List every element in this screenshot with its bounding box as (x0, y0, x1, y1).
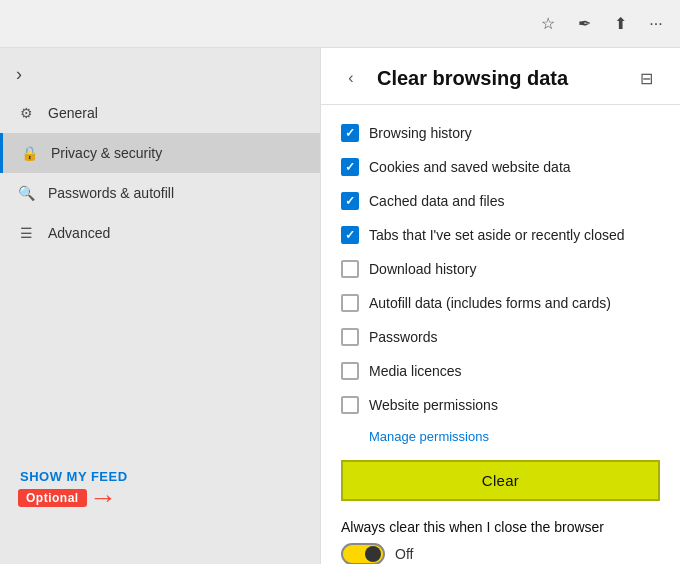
advanced-icon: ☰ (16, 223, 36, 243)
label-cached-data: Cached data and files (369, 193, 504, 209)
web-capture-icon[interactable]: ✒ (568, 8, 600, 40)
checkbox-browsing-history[interactable] (341, 124, 359, 142)
sidebar-back-button[interactable]: › (0, 56, 320, 93)
checkbox-cookies[interactable] (341, 158, 359, 176)
more-icon[interactable]: ··· (640, 8, 672, 40)
checkbox-media-licences[interactable] (341, 362, 359, 380)
optional-annotation: Optional → (18, 484, 117, 512)
checkbox-website-permissions[interactable] (341, 396, 359, 414)
panel-title: Clear browsing data (377, 67, 620, 90)
checkbox-item-media-licences[interactable]: Media licences (341, 355, 660, 387)
checkbox-item-tabs-set-aside[interactable]: Tabs that I've set aside or recently clo… (341, 219, 660, 251)
sidebar-general-label: General (48, 105, 98, 121)
checkbox-item-browsing-history[interactable]: Browsing history (341, 117, 660, 149)
checkbox-list: Browsing history Cookies and saved websi… (321, 105, 680, 433)
optional-arrow-icon: → (89, 484, 117, 512)
clear-button[interactable]: Clear (341, 460, 660, 501)
sidebar-item-advanced[interactable]: ☰ Advanced (0, 213, 320, 253)
passwords-icon: 🔍 (16, 183, 36, 203)
panel-header: ‹ Clear browsing data ⊟ (321, 48, 680, 105)
general-icon: ⚙ (16, 103, 36, 123)
toggle-off-label: Off (395, 546, 413, 562)
sidebar-item-general[interactable]: ⚙ General (0, 93, 320, 133)
label-browsing-history: Browsing history (369, 125, 472, 141)
toggle-knob (365, 546, 381, 562)
top-bar-icons: ☆ ✒ ⬆ ··· (532, 8, 672, 40)
share-icon[interactable]: ⬆ (604, 8, 636, 40)
label-tabs-set-aside: Tabs that I've set aside or recently clo… (369, 227, 625, 243)
label-download-history: Download history (369, 261, 476, 277)
sidebar-item-privacy-security[interactable]: 🔒 Privacy & security (0, 133, 320, 173)
checkbox-cached-data[interactable] (341, 192, 359, 210)
checkbox-item-cookies[interactable]: Cookies and saved website data (341, 151, 660, 183)
label-cookies: Cookies and saved website data (369, 159, 571, 175)
label-autofill: Autofill data (includes forms and cards) (369, 295, 611, 311)
always-clear-toggle[interactable] (341, 543, 385, 564)
clear-browsing-data-panel: ‹ Clear browsing data ⊟ Browsing history… (320, 48, 680, 564)
label-media-licences: Media licences (369, 363, 462, 379)
panel-pin-button[interactable]: ⊟ (632, 64, 660, 92)
checkbox-download-history[interactable] (341, 260, 359, 278)
privacy-icon: 🔒 (19, 143, 39, 163)
sidebar-item-passwords-autofill[interactable]: 🔍 Passwords & autofill (0, 173, 320, 213)
always-clear-section: Always clear this when I close the brows… (321, 509, 680, 564)
sidebar-privacy-label: Privacy & security (51, 145, 162, 161)
label-website-permissions: Website permissions (369, 397, 498, 413)
checkbox-item-download-history[interactable]: Download history (341, 253, 660, 285)
optional-label: Optional (18, 489, 87, 507)
checkbox-item-cached-data[interactable]: Cached data and files (341, 185, 660, 217)
checkbox-autofill[interactable] (341, 294, 359, 312)
checkbox-item-autofill[interactable]: Autofill data (includes forms and cards) (341, 287, 660, 319)
sidebar-passwords-label: Passwords & autofill (48, 185, 174, 201)
label-passwords: Passwords (369, 329, 437, 345)
always-clear-label: Always clear this when I close the brows… (341, 519, 660, 535)
checkbox-tabs-set-aside[interactable] (341, 226, 359, 244)
sidebar-advanced-label: Advanced (48, 225, 110, 241)
panel-back-button[interactable]: ‹ (337, 64, 365, 92)
checkbox-item-passwords[interactable]: Passwords (341, 321, 660, 353)
top-bar: ☆ ✒ ⬆ ··· (0, 0, 680, 48)
toggle-row: Off (341, 543, 660, 564)
manage-permissions-link[interactable]: Manage permissions (369, 429, 680, 444)
clear-button-container: Clear (321, 448, 680, 509)
checkbox-item-website-permissions[interactable]: Website permissions (341, 389, 660, 421)
favorites-icon[interactable]: ☆ (532, 8, 564, 40)
checkbox-passwords[interactable] (341, 328, 359, 346)
